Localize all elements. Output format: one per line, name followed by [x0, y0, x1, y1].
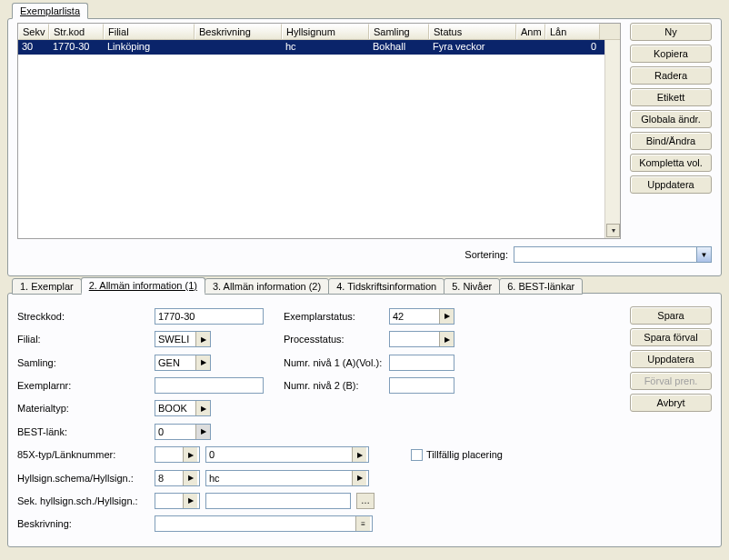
radera-button[interactable]: Radera: [630, 66, 712, 85]
hyllsign-a-combo[interactable]: ▶: [155, 470, 200, 486]
spara-forval-button[interactable]: Spara förval: [630, 328, 712, 346]
tab-allman-info-1[interactable]: 2. Allmän information (1): [81, 277, 205, 294]
sekhyll-a-combo[interactable]: ▶: [155, 493, 200, 509]
samling-combo[interactable]: ▶: [155, 355, 211, 371]
filial-label: Filial:: [17, 334, 149, 345]
numr1-input[interactable]: [389, 355, 454, 371]
etikett-button[interactable]: Etikett: [630, 88, 712, 106]
kompletta-vol-button[interactable]: Kompletta vol.: [630, 154, 712, 172]
hyllsign-b-combo[interactable]: ▶: [205, 470, 369, 486]
cell-strkod: 1770-30: [49, 40, 104, 55]
materialtyp-combo[interactable]: ▶: [155, 400, 211, 416]
browse-button[interactable]: …: [356, 493, 374, 509]
col-status[interactable]: Status: [429, 24, 516, 39]
col-lan[interactable]: Lån: [545, 24, 600, 39]
top-tab-strip: Exemplarlista: [12, 3, 87, 19]
vertical-scrollbar[interactable]: ▾: [604, 40, 620, 238]
table-header: Sekv Str.kod Filial Beskrivning Hyllsign…: [18, 24, 620, 40]
chevron-right-icon[interactable]: ▶: [352, 447, 366, 462]
ny-button[interactable]: Ny: [630, 23, 712, 41]
table-row[interactable]: 30 1770-30 Linköping hc Bokhall Fyra vec…: [18, 40, 620, 55]
x85x-b-input[interactable]: [206, 447, 352, 462]
materialtyp-label: Materialtyp:: [17, 403, 149, 414]
col-beskrivning[interactable]: Beskrivning: [195, 24, 282, 39]
hyllsign-label: Hyllsign.schema/Hyllsign.:: [17, 473, 149, 484]
chevron-right-icon[interactable]: ▶: [439, 332, 454, 346]
globala-andr-button[interactable]: Globala ändr.: [630, 110, 712, 128]
tab-exemplarlista[interactable]: Exemplarlista: [12, 3, 88, 19]
list-icon[interactable]: ≡: [355, 516, 370, 531]
col-filial[interactable]: Filial: [104, 24, 195, 39]
avbryt-button[interactable]: Avbryt: [630, 394, 712, 412]
beskrivning-input[interactable]: [155, 516, 355, 531]
processtatus-input[interactable]: [390, 332, 439, 346]
x85x-a-input[interactable]: [155, 447, 183, 462]
cell-anm: [516, 40, 545, 55]
chevron-right-icon[interactable]: ▶: [195, 332, 210, 346]
scroll-down-icon[interactable]: ▾: [606, 224, 620, 237]
tab-allman-info-2[interactable]: 3. Allmän information (2): [205, 278, 329, 295]
streckkod-input[interactable]: [155, 308, 264, 325]
hyllsign-a-input[interactable]: [155, 471, 183, 485]
bind-andra-button[interactable]: Bind/Ändra: [630, 132, 712, 150]
bestlank-label: BEST-länk:: [17, 426, 149, 437]
processtatus-label: Processtatus:: [284, 334, 384, 345]
x85x-b-combo[interactable]: ▶: [205, 446, 369, 463]
exemplarstatus-label: Exemplarstatus:: [284, 311, 384, 322]
chevron-right-icon[interactable]: ▶: [195, 401, 210, 415]
hyllsign-b-input[interactable]: [206, 471, 352, 485]
processtatus-combo[interactable]: ▶: [389, 331, 454, 347]
chevron-right-icon[interactable]: ▶: [439, 309, 454, 324]
x85x-label: 85X-typ/Länknummer:: [17, 449, 149, 460]
chevron-right-icon[interactable]: ▶: [195, 355, 210, 370]
samling-input[interactable]: [155, 355, 195, 370]
tab-tidskriftsinformation[interactable]: 4. Tidskriftsinformation: [328, 278, 444, 295]
col-hyllsignum[interactable]: Hyllsignum: [282, 24, 369, 39]
exemplarnr-input[interactable]: [155, 377, 264, 394]
tab-nivaer[interactable]: 5. Nivåer: [444, 278, 500, 295]
filial-combo[interactable]: ▶: [155, 331, 211, 347]
tab-best-lankar[interactable]: 6. BEST-länkar: [499, 278, 583, 295]
uppdatera-button-2[interactable]: Uppdatera: [630, 350, 712, 368]
sort-dropdown[interactable]: ▼: [514, 246, 712, 263]
col-samling[interactable]: Samling: [369, 24, 429, 39]
chevron-right-icon[interactable]: ▶: [183, 494, 197, 508]
tab-exemplarlista-label: Exemplarlista: [20, 5, 80, 16]
streckkod-label: Streckkod:: [17, 311, 149, 322]
col-strkod[interactable]: Str.kod: [49, 24, 104, 39]
chevron-down-icon[interactable]: ▼: [696, 247, 711, 262]
numr1-label: Numr. nivå 1 (A)(Vol.):: [284, 357, 384, 368]
tab-exemplar[interactable]: 1. Exemplar: [12, 278, 82, 295]
x85x-a-combo[interactable]: ▶: [155, 446, 200, 463]
chevron-right-icon[interactable]: ▶: [352, 471, 366, 485]
numr2-label: Numr. nivå 2 (B):: [284, 380, 384, 391]
detail-panel: 1. Exemplar 2. Allmän information (1) 3.…: [7, 293, 722, 547]
top-button-column: Ny Kopiera Radera Etikett Globala ändr. …: [630, 23, 712, 239]
kopiera-button[interactable]: Kopiera: [630, 45, 712, 63]
chevron-right-icon[interactable]: ▶: [183, 471, 197, 485]
chevron-right-icon[interactable]: ▶: [195, 425, 210, 439]
bestlank-input[interactable]: [155, 425, 195, 439]
sort-input[interactable]: [514, 247, 696, 262]
sort-row: Sortering: ▼: [17, 246, 712, 263]
col-sekv[interactable]: Sekv: [18, 24, 49, 39]
col-anm[interactable]: Anm: [516, 24, 545, 39]
checkbox-icon: [411, 449, 423, 461]
filial-input[interactable]: [155, 332, 195, 346]
sekhyll-a-input[interactable]: [155, 494, 183, 508]
exemplarstatus-input[interactable]: [390, 309, 439, 324]
cell-lan: 0: [545, 40, 600, 55]
spara-button[interactable]: Spara: [630, 306, 712, 325]
bestlank-combo[interactable]: ▶: [155, 424, 211, 440]
tillfallig-placering-checkbox[interactable]: Tillfällig placering: [411, 449, 503, 461]
uppdatera-button[interactable]: Uppdatera: [630, 175, 712, 194]
exemplar-list-panel: Exemplarlista Sekv Str.kod Filial Beskri…: [7, 18, 722, 276]
tillfallig-label: Tillfällig placering: [426, 449, 503, 460]
materialtyp-input[interactable]: [155, 401, 195, 415]
table-body[interactable]: 30 1770-30 Linköping hc Bokhall Fyra vec…: [18, 40, 620, 238]
chevron-right-icon[interactable]: ▶: [183, 447, 197, 462]
beskrivning-combo[interactable]: ≡: [155, 515, 373, 532]
numr2-input[interactable]: [389, 377, 454, 394]
exemplarstatus-combo[interactable]: ▶: [389, 308, 454, 325]
sekhyll-b-input[interactable]: [205, 493, 351, 509]
